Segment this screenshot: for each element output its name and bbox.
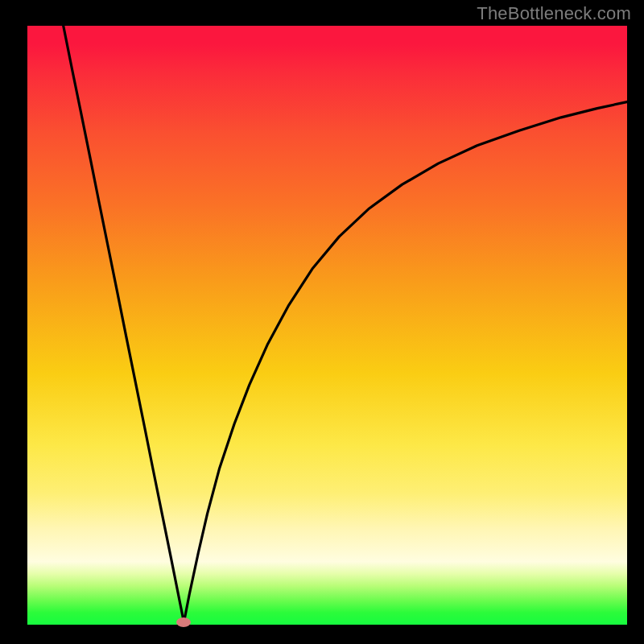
chart-frame: TheBottleneck.com [0,0,644,644]
chart-curve [0,0,644,644]
watermark-text: TheBottleneck.com [477,3,631,24]
